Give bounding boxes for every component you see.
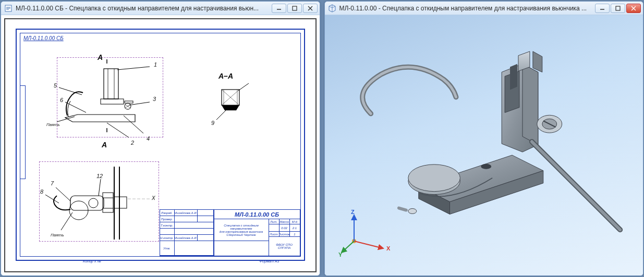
callout-1: 1 xyxy=(154,61,157,68)
cad-3d-icon xyxy=(328,4,336,12)
titleblock-dwg-number: МЛ-0.11.0.00 СБ xyxy=(214,210,300,219)
axis-z-label: Z xyxy=(351,210,355,215)
axis-y-label: Y xyxy=(338,251,343,257)
tb-org2: СПГХПА xyxy=(278,246,290,249)
callout-5: 5 xyxy=(54,82,57,89)
view-plan: X 12 7 8 Паять xyxy=(36,158,166,247)
maximize-button[interactable] xyxy=(611,4,625,13)
section-arrow-top: А xyxy=(98,53,103,61)
svg-rect-5 xyxy=(125,101,133,103)
svg-rect-2 xyxy=(104,69,118,99)
maximize-button[interactable] xyxy=(287,4,302,13)
label-paint-2: Паять xyxy=(51,233,64,237)
sheet-drawing-number: МЛ-0.11.0.00 СБ xyxy=(23,35,64,41)
axis-gizmo[interactable]: X Y Z xyxy=(338,210,401,257)
callout-3: 3 xyxy=(153,96,156,102)
callout-2: 2 xyxy=(131,140,134,146)
svg-line-22 xyxy=(342,241,354,253)
svg-rect-3 xyxy=(101,99,124,104)
drawing-canvas[interactable]: МЛ-0.11.0.00 СБ xyxy=(1,15,320,275)
svg-rect-1 xyxy=(293,6,297,10)
view-elevation: 1 3 4 2 5 6 Паять А А xyxy=(41,54,166,143)
minimize-button[interactable] xyxy=(272,4,286,13)
minimize-button[interactable] xyxy=(595,4,610,13)
svg-point-15 xyxy=(408,165,460,192)
titlebar-right[interactable]: МЛ-0.11.0.00 - Спецлапка с откидным напр… xyxy=(325,2,643,15)
cad-2d-icon xyxy=(4,4,13,12)
svg-point-19 xyxy=(408,209,416,214)
svg-line-21 xyxy=(354,241,383,248)
callout-12: 12 xyxy=(96,173,103,179)
tb-desc3: Сборочный Чертеж xyxy=(226,233,256,236)
svg-rect-11 xyxy=(114,197,127,208)
callout-4: 4 xyxy=(147,135,150,142)
section-arrow-bot: А xyxy=(102,141,107,149)
window-title-left: МЛ-0.11.0.00 СБ - Спецлапка с откидным н… xyxy=(16,5,272,12)
close-button[interactable] xyxy=(303,4,318,13)
close-button[interactable] xyxy=(626,4,641,13)
tb-bottom-right: Формат A3 xyxy=(259,259,279,263)
axis-x-label: X xyxy=(386,245,391,251)
view-section-aa: А–А 9 xyxy=(208,75,255,132)
model-viewport[interactable]: X Y Z xyxy=(325,15,643,275)
window-title-right: МЛ-0.11.0.00 - Спецлапка с откидным напр… xyxy=(339,5,596,12)
svg-point-18 xyxy=(481,164,491,169)
callout-9: 9 xyxy=(211,120,214,126)
titlebar-left[interactable]: МЛ-0.11.0.00 СБ - Спецлапка с откидным н… xyxy=(1,2,320,15)
callout-7: 7 xyxy=(51,180,54,186)
svg-text:X: X xyxy=(151,195,155,201)
tb-bottom-left: Копир х № xyxy=(83,259,101,263)
callout-6: 6 xyxy=(60,97,63,103)
window-2d-drawing: МЛ-0.11.0.00 СБ - Спецлапка с откидным н… xyxy=(1,1,320,276)
window-3d-model: МЛ-0.11.0.00 - Спецлапка с откидным напр… xyxy=(324,1,644,276)
drawing-title-block: МЛ-0.11.0.00 СБ Разраб.Михайлова А.И. Пр… xyxy=(160,209,300,256)
tb-desc1: Спецлапка с откидным направителем xyxy=(215,224,268,230)
svg-rect-13 xyxy=(616,6,620,10)
svg-point-9 xyxy=(89,198,98,208)
label-paint-1: Паять xyxy=(46,122,59,127)
svg-rect-10 xyxy=(103,193,113,212)
side-revision-block xyxy=(20,85,26,179)
svg-rect-7 xyxy=(70,196,104,210)
callout-8: 8 xyxy=(40,188,43,195)
